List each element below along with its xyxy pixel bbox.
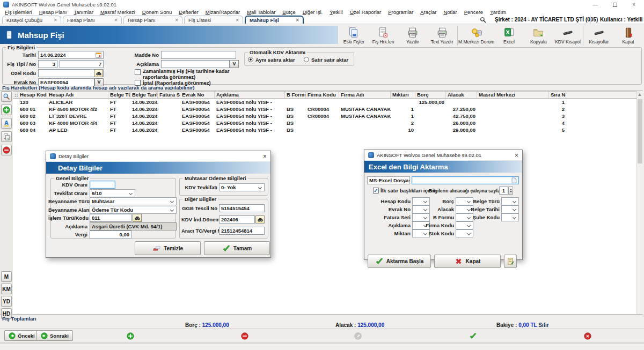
menu-item[interactable]: Programlar xyxy=(388,9,413,15)
grid-copy-button[interactable] xyxy=(1,131,12,142)
tab-close-icon[interactable]: × xyxy=(54,17,57,23)
excel-kapat-button[interactable]: Kapat xyxy=(434,255,501,268)
first-row-checkbox[interactable]: ✓ xyxy=(373,188,379,193)
fis-tipi-input[interactable]: 3 xyxy=(38,60,57,68)
aktarma-basla-button[interactable]: Aktarma Başla xyxy=(368,255,431,268)
tab-item[interactable]: Hesap Planı× xyxy=(123,16,182,24)
excel-dialog-titlebar[interactable]: AKINSOFT Wolvox Genel Muhasebe s9.02.01 … xyxy=(364,150,522,161)
sheet-spinner-value[interactable]: 1 xyxy=(499,187,508,195)
beyan-alani-select[interactable]: Ödeme Tür Kodu xyxy=(90,206,177,214)
grid-delete-button[interactable] xyxy=(1,145,12,155)
table-cell-miktari[interactable]: 1 xyxy=(391,113,415,120)
tab-close-icon[interactable]: × xyxy=(175,17,178,23)
side-button-yd[interactable]: YD xyxy=(1,296,12,307)
araci-input[interactable]: 21512454814 xyxy=(219,227,265,235)
file-path-input[interactable] xyxy=(412,176,519,184)
table-cell-sira-no[interactable]: 3 xyxy=(549,113,566,120)
table-cell-belge-turu[interactable]: FT xyxy=(108,106,130,113)
text-yazdir-button[interactable]: Text Yazdır xyxy=(427,25,457,47)
mapping-select[interactable] xyxy=(456,229,473,237)
table-cell-b-formu[interactable]: BS xyxy=(285,120,306,126)
table-cell-firma-adi[interactable] xyxy=(339,99,391,106)
table-cell-fatura-seri[interactable] xyxy=(158,106,180,113)
table-cell-hesap-adi[interactable]: KF 4000 MOTOR 4/4 xyxy=(47,120,108,126)
table-cell-belge-turu[interactable]: FT xyxy=(108,99,130,106)
menu-item[interactable]: Tanımlar xyxy=(74,9,93,15)
table-cell-b-formu[interactable]: BS xyxy=(285,126,306,133)
table-cell-hesap-adi[interactable]: ALICILAR xyxy=(47,99,108,106)
table-cell-fatura-seri[interactable] xyxy=(158,126,180,133)
menu-item[interactable]: Pencere xyxy=(464,9,483,15)
table-cell-hesap-kodu[interactable]: 600 01 xyxy=(18,106,47,113)
kdv-kisayol-button[interactable]: KDV Kısayol xyxy=(553,25,583,47)
tab-close-icon[interactable]: × xyxy=(296,17,299,23)
menu-item[interactable]: Fiş İşlemleri xyxy=(5,9,32,15)
vergi-input[interactable]: 0,00 xyxy=(90,230,131,239)
minimize-button[interactable]: — xyxy=(592,2,598,8)
menu-item[interactable]: Diğer İşl. xyxy=(303,9,323,15)
tevkifat-select[interactable]: 9/10 xyxy=(90,189,135,197)
table-cell-firma-kodu[interactable]: CR00004 xyxy=(306,106,339,113)
table-cell-fatura-seri[interactable] xyxy=(158,120,180,126)
table-cell-evrak-no[interactable]: EASF00054 xyxy=(180,120,215,126)
table-cell-firma-adi[interactable]: MUSTAFA CANAYAKIN/CAN xyxy=(339,106,391,113)
table-cell-alacak[interactable]: 26.000,00 xyxy=(446,120,477,126)
header-cell-sira-no[interactable]: Sıra No xyxy=(549,92,566,98)
table-cell-firma-adi[interactable] xyxy=(339,120,391,126)
tab-item[interactable]: Fiş Listesi× xyxy=(184,16,243,24)
table-cell-belge-tarihi[interactable]: 14.06.2024 xyxy=(130,120,158,126)
tab-item[interactable]: Kısayol Çubuğu× xyxy=(2,16,61,24)
kopyala-button[interactable]: Kopyala xyxy=(524,25,553,47)
file-icon[interactable] xyxy=(511,177,517,184)
table-cell-borc[interactable] xyxy=(415,113,446,120)
table-cell-firma-kodu[interactable]: CR00004 xyxy=(306,113,339,120)
tab-close-icon[interactable]: × xyxy=(236,17,239,23)
cancel-record-button[interactable] xyxy=(584,332,591,340)
table-row[interactable]: 600 02LT 320T DEVREFT14.06.2024EASF00054… xyxy=(13,113,636,120)
table-cell-sira-no[interactable]: 4 xyxy=(549,120,566,126)
eski-fisler-button[interactable]: Eski Fişler xyxy=(339,25,369,47)
table-cell-aciklama[interactable]: EASF00054 nolu YISF - xyxy=(215,126,285,133)
table-cell-handle[interactable] xyxy=(13,113,18,120)
table-cell-hesap-kodu[interactable]: 120 xyxy=(18,99,47,106)
table-row[interactable]: 120ALICILARFT14.06.2024EASF00054EASF0005… xyxy=(13,99,636,106)
table-cell-borc[interactable] xyxy=(415,106,446,113)
menu-item[interactable]: Defterler xyxy=(179,9,198,15)
close-button[interactable]: × xyxy=(632,2,635,8)
header-cell-belge-tarihi[interactable]: Belge Tarihi xyxy=(130,92,158,98)
scroll-up-icon[interactable] xyxy=(638,93,641,96)
table-cell-masraf-merkezi[interactable] xyxy=(477,106,549,113)
header-cell-handle[interactable]: :: xyxy=(13,92,18,98)
table-cell-fatura-seri[interactable] xyxy=(158,113,180,120)
table-cell-firma-kodu[interactable] xyxy=(306,99,339,106)
header-cell-fatura-seri[interactable]: Fatura Seri xyxy=(158,92,180,98)
table-cell-b-formu[interactable] xyxy=(285,99,306,106)
table-cell-borc[interactable] xyxy=(415,126,446,133)
table-cell-aciklama[interactable]: EASF00054 nolu YISF - xyxy=(215,120,285,126)
table-cell-firma-adi[interactable] xyxy=(339,126,391,133)
table-cell-aciklama[interactable]: EASF00054 nolu YISF - xyxy=(215,99,285,106)
excel-button[interactable]: Excel xyxy=(494,25,524,47)
add-record-button[interactable] xyxy=(127,332,134,340)
header-cell-hesap-kodu[interactable]: Hesap Kodu xyxy=(18,92,47,98)
header-cell-hesap-adi[interactable]: Hesap Adı xyxy=(47,92,108,98)
header-cell-aciklama[interactable]: Açıklama xyxy=(215,92,285,98)
menu-item[interactable]: Masraf Merkezi xyxy=(100,9,135,15)
header-cell-miktari[interactable]: Miktarı xyxy=(391,92,415,98)
table-cell-masraf-merkezi[interactable] xyxy=(477,126,549,133)
beyan-turu-select[interactable]: Muhtasar xyxy=(90,197,177,205)
mapping-select[interactable] xyxy=(456,221,473,229)
kisayollar-button[interactable]: Kısayollar xyxy=(584,25,613,47)
file-type-select[interactable]: MS-Excel Dosyası xyxy=(367,176,410,184)
yazdir-button[interactable]: Yazdır xyxy=(398,25,428,47)
grid-add-button[interactable] xyxy=(1,105,12,115)
table-cell-hesap-adi[interactable]: AP LED xyxy=(47,126,108,133)
table-cell-belge-tarihi[interactable]: 14.06.2024 xyxy=(130,126,158,133)
menu-item[interactable]: Hesap Planı xyxy=(39,9,67,15)
table-cell-masraf-merkezi[interactable] xyxy=(477,120,549,126)
kdv-tevkifati-select[interactable]: 0- Yok xyxy=(219,183,265,191)
table-cell-miktari[interactable]: 10 xyxy=(391,126,415,133)
tamam-button[interactable]: Tamam xyxy=(204,241,270,255)
table-cell-borc[interactable]: 125.000,00 xyxy=(415,99,446,106)
temizle-button[interactable]: Temizle xyxy=(135,241,201,255)
